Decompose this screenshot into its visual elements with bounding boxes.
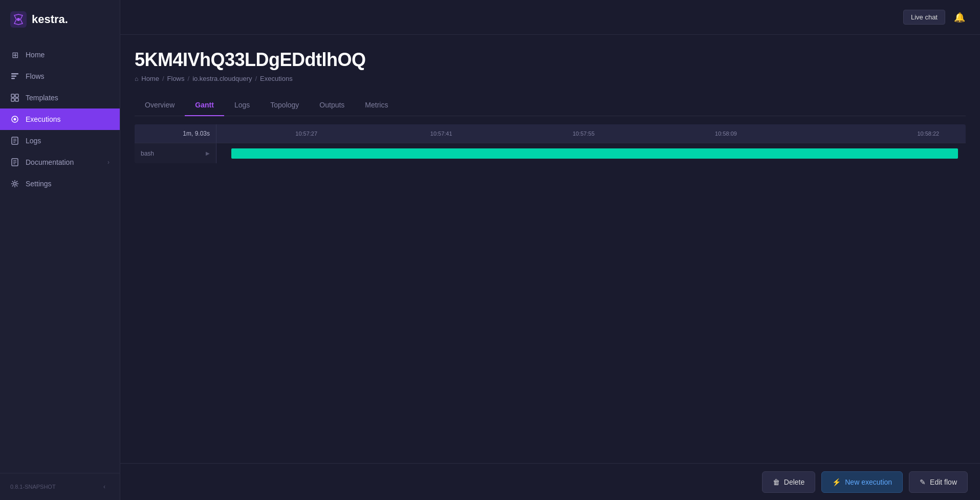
svg-rect-5 (11, 78, 15, 79)
topbar-actions: Live chat 🔔 (903, 9, 968, 26)
tab-metrics[interactable]: Metrics (355, 95, 398, 116)
sidebar-item-executions[interactable]: Executions (0, 108, 120, 130)
sidebar-item-logs[interactable]: Logs (0, 130, 120, 151)
edit-flow-icon: ✎ (920, 478, 926, 486)
gantt-chart: 1m, 9.03s 10:57:27 10:57:41 10:57:55 10:… (135, 124, 966, 163)
gantt-duration-label: 1m, 9.03s (135, 124, 216, 143)
svg-point-20 (14, 183, 16, 185)
sidebar-item-flows[interactable]: Flows (0, 66, 120, 87)
gantt-container: 1m, 9.03s 10:57:27 10:57:41 10:57:55 10:… (135, 116, 966, 463)
delete-label: Delete (784, 478, 804, 486)
page-content-area: 5KM4IVhQ33LDgEDdtlhOQ ⌂ Home / Flows / i… (120, 35, 980, 463)
templates-icon (10, 93, 19, 102)
version-label: 0.8.1-SNAPSHOT (10, 484, 56, 490)
logs-icon (10, 136, 19, 145)
sidebar-item-flows-label: Flows (26, 72, 45, 80)
bottom-bar: 🗑 Delete ⚡ New execution ✎ Edit flow (120, 463, 980, 500)
breadcrumb-sep-1: / (162, 75, 164, 82)
tab-outputs[interactable]: Outputs (309, 95, 355, 116)
live-chat-button[interactable]: Live chat (903, 10, 945, 25)
sidebar-item-documentation[interactable]: Documentation › (0, 151, 120, 173)
page-title: 5KM4IVhQ33LDgEDdtlhOQ (135, 49, 966, 71)
home-icon: ⊞ (10, 50, 19, 59)
breadcrumb-sep-3: / (255, 75, 257, 82)
gantt-time-marker-4: 10:58:09 (715, 131, 737, 137)
gantt-row: bash ▶ (135, 143, 966, 163)
tab-overview[interactable]: Overview (135, 95, 185, 116)
executions-icon (10, 115, 19, 124)
sidebar-item-templates[interactable]: Templates (0, 87, 120, 108)
svg-point-11 (14, 118, 16, 121)
delete-button[interactable]: 🗑 Delete (762, 471, 815, 493)
gantt-bar-area (216, 143, 966, 164)
documentation-icon (10, 158, 19, 167)
sidebar-item-home-label: Home (26, 51, 45, 59)
breadcrumb-home-icon: ⌂ (135, 75, 138, 82)
sidebar-item-logs-label: Logs (26, 137, 41, 145)
gantt-row-label: bash ▶ (135, 143, 216, 164)
gantt-timeline-header: 10:57:27 10:57:41 10:57:55 10:58:09 10:5… (216, 124, 966, 143)
breadcrumb-namespace-link[interactable]: io.kestra.cloudquery (192, 75, 252, 82)
logo: kestra. (0, 0, 120, 39)
svg-rect-4 (11, 76, 16, 77)
tab-gantt[interactable]: Gantt (185, 95, 224, 116)
sidebar-item-settings[interactable]: Settings (0, 173, 120, 194)
new-execution-label: New execution (845, 478, 892, 486)
settings-icon (10, 179, 19, 188)
breadcrumb-executions-link[interactable]: Executions (260, 75, 293, 82)
flows-icon (10, 72, 19, 81)
gantt-task-name: bash (141, 150, 154, 157)
tabs: Overview Gantt Logs Topology Outputs Met… (135, 95, 966, 116)
sidebar-item-settings-label: Settings (26, 180, 52, 188)
bell-icon: 🔔 (954, 12, 965, 23)
gantt-time-marker-1: 10:57:27 (295, 131, 317, 137)
logo-text: kestra. (32, 13, 68, 26)
gantt-header: 1m, 9.03s 10:57:27 10:57:41 10:57:55 10:… (135, 124, 966, 143)
topbar: Live chat 🔔 (120, 0, 980, 35)
sidebar-item-documentation-label: Documentation (26, 158, 74, 166)
svg-rect-6 (11, 94, 14, 97)
sidebar-item-home[interactable]: ⊞ Home (0, 44, 120, 66)
documentation-arrow-icon: › (107, 159, 110, 166)
breadcrumb-flows-link[interactable]: Flows (167, 75, 185, 82)
sidebar-item-templates-label: Templates (26, 94, 58, 102)
sidebar-collapse-button[interactable]: ‹ (99, 482, 110, 492)
gantt-time-marker-5: 10:58:22 (917, 131, 939, 137)
sidebar-footer: 0.8.1-SNAPSHOT ‹ (0, 473, 120, 500)
breadcrumb: ⌂ Home / Flows / io.kestra.cloudquery / … (135, 75, 966, 82)
svg-rect-9 (15, 98, 18, 101)
delete-icon: 🗑 (773, 478, 780, 486)
sidebar-navigation: ⊞ Home Flows Template (0, 39, 120, 473)
gantt-row-expand-icon[interactable]: ▶ (206, 150, 210, 156)
gantt-bar[interactable] (231, 148, 958, 159)
svg-rect-3 (11, 73, 18, 75)
kestra-logo-icon (10, 11, 27, 28)
breadcrumb-sep-2: / (188, 75, 190, 82)
edit-flow-button[interactable]: ✎ Edit flow (909, 471, 968, 493)
sidebar: kestra. ⊞ Home Flows (0, 0, 120, 500)
tab-topology[interactable]: Topology (260, 95, 309, 116)
gantt-time-marker-3: 10:57:55 (573, 131, 595, 137)
tab-logs[interactable]: Logs (224, 95, 260, 116)
svg-point-2 (17, 18, 20, 21)
gantt-time-marker-2: 10:57:41 (430, 131, 452, 137)
svg-rect-7 (15, 94, 18, 97)
svg-rect-8 (11, 98, 14, 101)
notification-button[interactable]: 🔔 (951, 9, 968, 26)
sidebar-item-executions-label: Executions (26, 115, 60, 123)
new-execution-button[interactable]: ⚡ New execution (821, 471, 903, 493)
new-execution-icon: ⚡ (832, 478, 841, 486)
edit-flow-label: Edit flow (930, 478, 957, 486)
breadcrumb-home-link[interactable]: Home (141, 75, 159, 82)
main-content: Live chat 🔔 5KM4IVhQ33LDgEDdtlhOQ ⌂ Home… (120, 0, 980, 500)
